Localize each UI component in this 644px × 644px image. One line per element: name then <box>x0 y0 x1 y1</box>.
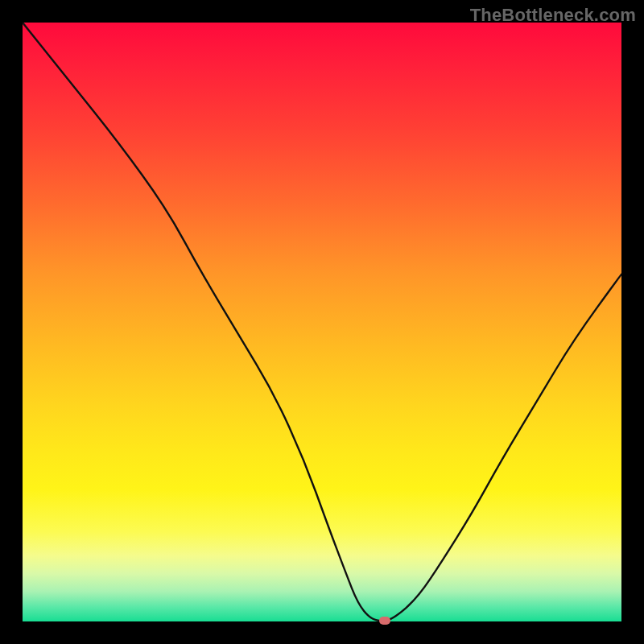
curve-path <box>23 23 621 621</box>
watermark-text: TheBottleneck.com <box>470 5 636 26</box>
plot-area <box>23 23 621 621</box>
chart-frame: TheBottleneck.com <box>0 0 644 644</box>
min-marker <box>379 617 390 625</box>
bottleneck-curve <box>23 23 621 621</box>
